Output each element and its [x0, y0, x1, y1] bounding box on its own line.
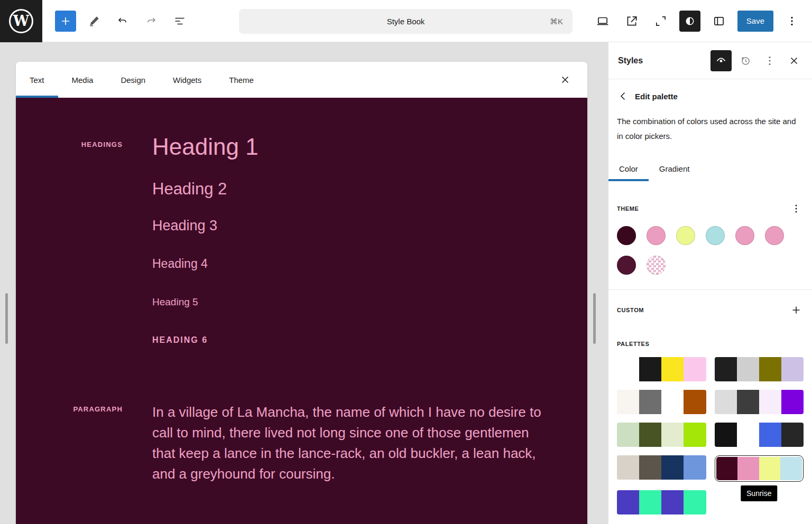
palette-option-1[interactable] — [715, 357, 804, 381]
paragraph-sample[interactable]: In a village of La Mancha, the name of w… — [152, 402, 548, 484]
theme-swatch-3[interactable] — [706, 226, 725, 245]
document-overview-button[interactable] — [169, 11, 190, 32]
canvas-scrollbar-thumb[interactable] — [593, 293, 596, 344]
theme-swatch-5[interactable] — [765, 226, 784, 245]
chevron-left-icon — [617, 90, 630, 102]
palette-option-4[interactable] — [617, 423, 706, 447]
redo-button[interactable] — [141, 11, 162, 32]
palette-strip[interactable] — [716, 457, 802, 480]
heading-6-sample[interactable]: HEADING 6 — [152, 335, 259, 345]
palette-color-swatch — [759, 457, 781, 480]
theme-swatch-6[interactable] — [617, 256, 636, 275]
palette-suggestions-grid: Sunrise — [617, 357, 804, 514]
sidebar-close-button[interactable] — [783, 50, 805, 71]
palette-color-swatch — [639, 357, 661, 381]
theme-colors-options-button[interactable] — [789, 201, 804, 216]
settings-sidebar-button[interactable] — [708, 11, 730, 32]
theme-swatch-4[interactable] — [735, 226, 754, 245]
palette-option-7[interactable]: Sunrise — [715, 455, 804, 482]
heading-1-sample[interactable]: Heading 1 — [152, 133, 259, 161]
theme-swatch-2[interactable] — [676, 226, 695, 245]
style-book-close-button[interactable] — [555, 69, 576, 90]
palette-strip[interactable] — [617, 357, 706, 381]
styles-toggle-button[interactable] — [679, 11, 700, 32]
command-bar-shortcut: ⌘K — [550, 17, 563, 26]
theme-section-label: Theme — [617, 205, 639, 212]
styles-options-button[interactable] — [759, 50, 780, 71]
palette-option-5[interactable] — [715, 423, 804, 447]
palette-strip[interactable] — [715, 390, 804, 414]
color-gradient-tabs: Color Gradient — [608, 156, 812, 181]
window-scrollbar-thumb[interactable] — [5, 293, 8, 344]
palette-option-6[interactable] — [617, 455, 706, 482]
pencil-icon — [88, 15, 100, 27]
save-button[interactable]: Save — [737, 11, 773, 32]
tab-widgets[interactable]: Widgets — [159, 62, 215, 98]
style-book-panel: Text Media Design Widgets Theme Headings… — [16, 62, 587, 524]
palette-color-swatch — [737, 423, 759, 447]
expand-icon — [654, 14, 668, 28]
heading-3-sample[interactable]: Heading 3 — [152, 217, 259, 234]
palette-option-8[interactable] — [617, 490, 706, 514]
block-inserter-button[interactable] — [55, 11, 76, 32]
paragraph-section-label: Paragraph — [16, 402, 123, 484]
palette-color-swatch — [781, 357, 804, 381]
undo-button[interactable] — [112, 11, 133, 32]
heading-5-sample[interactable]: Heading 5 — [152, 296, 259, 308]
palette-color-swatch — [759, 390, 781, 414]
redo-icon — [145, 15, 158, 27]
wordpress-logo-button[interactable]: W — [0, 0, 42, 42]
palette-option-3[interactable] — [715, 390, 804, 414]
palette-strip[interactable] — [715, 357, 804, 381]
tab-theme[interactable]: Theme — [215, 62, 267, 98]
kebab-menu-icon — [790, 202, 802, 215]
view-device-preview-button[interactable] — [592, 11, 613, 32]
palette-strip[interactable] — [715, 423, 804, 447]
tab-gradient[interactable]: Gradient — [649, 156, 700, 181]
view-site-button[interactable] — [621, 11, 642, 32]
close-icon — [788, 54, 800, 67]
palette-color-swatch — [781, 390, 804, 414]
options-menu-button[interactable] — [781, 11, 802, 32]
palette-color-swatch — [684, 390, 706, 414]
styles-contrast-icon — [684, 15, 696, 27]
theme-swatch-0[interactable] — [617, 226, 636, 245]
fullscreen-button[interactable] — [650, 11, 671, 32]
palette-color-swatch — [639, 490, 661, 514]
palette-color-swatch — [661, 390, 684, 414]
palette-color-swatch — [661, 423, 684, 447]
palette-color-swatch — [661, 357, 684, 381]
palette-option-0[interactable] — [617, 357, 706, 381]
palette-color-swatch — [661, 455, 684, 480]
theme-swatch-1[interactable] — [647, 226, 666, 245]
palettes-section-label: Palettes — [617, 341, 649, 347]
edit-palette-back[interactable]: Edit palette — [617, 90, 804, 102]
palette-color-swatch — [617, 390, 639, 414]
plus-icon — [790, 304, 802, 316]
eye-icon — [715, 54, 727, 67]
tools-button[interactable] — [84, 11, 105, 32]
style-book-toggle-button[interactable] — [710, 50, 732, 71]
tab-color[interactable]: Color — [608, 156, 649, 181]
revisions-button[interactable] — [735, 50, 756, 71]
heading-4-sample[interactable]: Heading 4 — [152, 257, 259, 272]
command-bar[interactable]: Style Book ⌘K — [239, 9, 573, 34]
tab-text[interactable]: Text — [16, 62, 58, 98]
heading-2-sample[interactable]: Heading 2 — [152, 179, 259, 199]
add-custom-color-button[interactable] — [789, 303, 804, 317]
history-clock-icon — [739, 54, 752, 67]
kebab-menu-icon — [786, 15, 798, 27]
style-book-preview: Headings Heading 1 Heading 2 Heading 3 H… — [16, 98, 587, 524]
theme-swatch-pattern[interactable] — [647, 256, 666, 275]
palette-color-swatch — [780, 457, 802, 480]
tab-media[interactable]: Media — [58, 62, 107, 98]
palette-strip[interactable] — [617, 390, 706, 414]
palette-color-swatch — [684, 490, 706, 514]
palette-strip[interactable] — [617, 455, 706, 480]
tab-design[interactable]: Design — [107, 62, 159, 98]
palette-strip[interactable] — [617, 490, 706, 514]
list-view-icon — [173, 15, 186, 27]
palette-color-swatch — [617, 357, 639, 381]
palette-option-2[interactable] — [617, 390, 706, 414]
palette-strip[interactable] — [617, 423, 706, 447]
